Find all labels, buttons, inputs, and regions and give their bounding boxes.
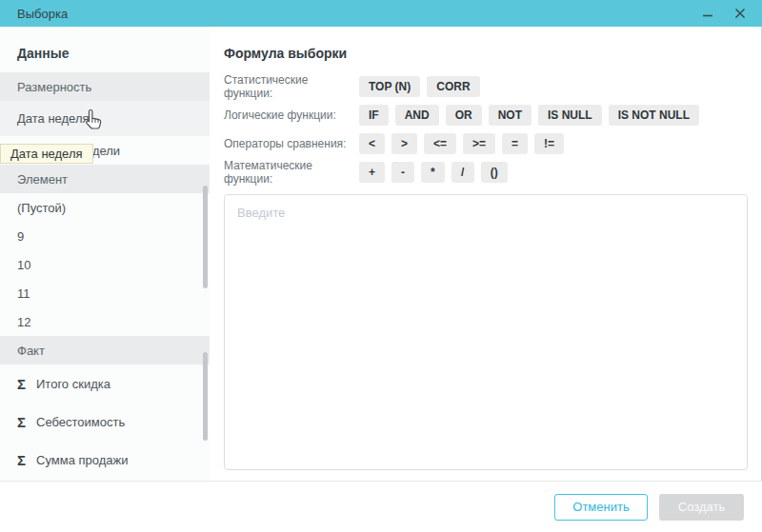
data-panel-title: Данные xyxy=(0,27,210,72)
minimize-icon[interactable] xyxy=(701,7,714,20)
list-item-label: 12 xyxy=(17,315,30,329)
function-button[interactable]: != xyxy=(534,133,564,154)
list-item[interactable]: 11 xyxy=(0,279,210,307)
window-controls xyxy=(701,7,747,20)
list-item[interactable]: (Пустой) xyxy=(0,193,210,222)
function-row-label: Статистические функции: xyxy=(224,73,359,100)
section-header[interactable]: Размерность xyxy=(0,72,210,101)
function-buttons: <><=>==!= xyxy=(359,133,564,154)
function-button[interactable]: OR xyxy=(446,105,482,126)
item-tooltip: Дата неделя xyxy=(0,144,93,164)
function-button[interactable]: NOT xyxy=(489,105,531,126)
create-button[interactable]: Создать xyxy=(659,494,744,521)
function-button[interactable]: IS NOT NULL xyxy=(609,105,699,126)
list-item[interactable]: ΣСебестоимость xyxy=(0,403,210,441)
sigma-icon: Σ xyxy=(17,377,26,391)
function-button[interactable]: = xyxy=(502,133,528,154)
list-item[interactable]: ΣИтого скидка xyxy=(0,365,210,403)
function-button[interactable]: / xyxy=(451,162,474,183)
section-list: ΣИтого скидкаΣСебестоимостьΣСумма продаж… xyxy=(0,365,210,481)
function-row-label: Операторы сравнения: xyxy=(224,137,359,150)
function-rows: Статистические функции:TOP (N)CORRЛогиче… xyxy=(224,72,748,187)
list-item-label: (Пустой) xyxy=(17,201,66,215)
function-button[interactable]: () xyxy=(481,162,508,183)
list-item-label: Себестоимость xyxy=(36,415,125,429)
list-item-label: 10 xyxy=(17,258,30,272)
formula-panel: Формула выборки Статистические функции:T… xyxy=(210,27,762,481)
function-button[interactable]: CORR xyxy=(427,76,479,97)
list-item[interactable]: 12 xyxy=(0,307,210,336)
function-buttons: +-*/() xyxy=(359,162,508,183)
cursor-pointer-icon xyxy=(84,108,104,135)
close-icon[interactable] xyxy=(733,7,747,20)
function-button[interactable]: IS NULL xyxy=(538,105,602,126)
function-row-label: Математические функции: xyxy=(224,159,359,186)
function-button[interactable]: > xyxy=(391,133,417,154)
function-buttons: IFANDORNOTIS NULLIS NOT NULL xyxy=(359,105,699,126)
scrollbar-thumb[interactable] xyxy=(203,186,208,288)
function-row-label: Логические функции: xyxy=(224,108,359,122)
list-item[interactable]: Σ xyxy=(0,479,210,481)
window-title: Выборка xyxy=(17,7,68,21)
formula-title: Формула выборки xyxy=(224,46,748,61)
data-panel: Данные РазмерностьДата неделяДата день н… xyxy=(0,27,210,481)
sigma-icon: Σ xyxy=(17,415,26,429)
list-item-label: Сумма продажи xyxy=(36,453,128,467)
list-item-label: 11 xyxy=(17,286,30,301)
data-tree: РазмерностьДата неделяДата день неделиЭл… xyxy=(0,72,210,481)
list-item-label: Итого скидка xyxy=(36,377,110,391)
function-button[interactable]: < xyxy=(359,133,385,154)
list-item-label: 9 xyxy=(17,229,24,244)
function-button[interactable]: TOP (N) xyxy=(359,76,420,97)
function-button[interactable]: - xyxy=(391,162,414,183)
sigma-icon: Σ xyxy=(17,453,26,467)
dialog-body: Данные РазмерностьДата неделяДата день н… xyxy=(0,27,762,481)
formula-input[interactable] xyxy=(224,194,748,470)
function-button[interactable]: >= xyxy=(463,133,495,154)
list-item-label: Дата неделя xyxy=(17,111,90,126)
function-button[interactable]: * xyxy=(421,162,445,183)
list-item[interactable]: ΣСумма продажи xyxy=(0,441,210,479)
dialog-footer: Отменить Создать xyxy=(0,481,762,532)
function-button[interactable]: + xyxy=(359,162,385,183)
section-header[interactable]: Факт xyxy=(0,336,210,365)
section-header[interactable]: Элемент xyxy=(0,165,210,193)
scrollbar-thumb[interactable] xyxy=(203,352,208,441)
function-buttons: TOP (N)CORR xyxy=(359,76,480,97)
list-item[interactable]: 9 xyxy=(0,222,210,250)
function-button[interactable]: <= xyxy=(424,133,456,154)
list-item[interactable]: Дата неделя xyxy=(0,101,210,136)
cancel-button[interactable]: Отменить xyxy=(554,494,648,521)
selection-dialog: Выборка Данные РазмерностьДата неделяДат… xyxy=(0,0,762,532)
titlebar[interactable]: Выборка xyxy=(0,0,762,27)
function-row: Операторы сравнения:<><=>==!= xyxy=(224,129,748,158)
list-item[interactable]: 10 xyxy=(0,250,210,279)
function-button[interactable]: IF xyxy=(359,105,389,126)
section-list: (Пустой)9101112 xyxy=(0,193,210,336)
function-button[interactable]: AND xyxy=(395,105,439,126)
function-row: Статистические функции:TOP (N)CORR xyxy=(224,72,748,101)
function-row: Логические функции:IFANDORNOTIS NULLIS N… xyxy=(224,101,748,129)
function-row: Математические функции:+-*/() xyxy=(224,158,748,187)
